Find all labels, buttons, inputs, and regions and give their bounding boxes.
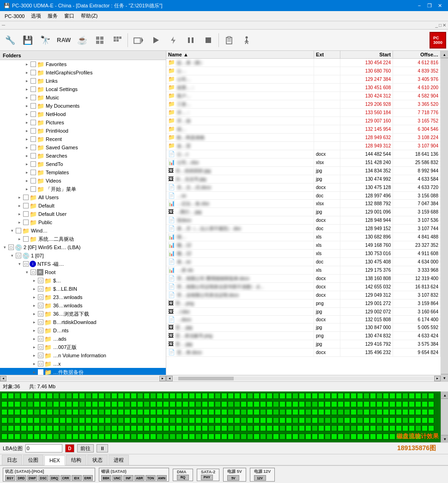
expand-23[interactable]: ▸ (30, 293, 38, 301)
check-templates[interactable] (30, 170, 36, 175)
expand-D[interactable]: ▸ (30, 327, 38, 334)
menu-options[interactable]: 选项 (28, 12, 44, 20)
vscroll-down[interactable]: ▾ (441, 374, 448, 381)
table-row[interactable]: 📁客户…130 424 3124 582 904 (166, 92, 441, 100)
tree-item-B[interactable]: ▸ □ 📁 B…rtdiskDownload (0, 318, 166, 326)
check-23[interactable]: □ (38, 294, 43, 300)
check-backup[interactable]: □ (38, 369, 43, 375)
file-hscroll-thumb[interactable] (178, 377, 234, 380)
check-36a[interactable]: □ (38, 303, 43, 308)
toolbar-cup-button[interactable]: ☕ (74, 32, 91, 49)
tab-structure[interactable]: 结构 (66, 455, 86, 465)
tree-item-svi[interactable]: ▸ □ 📁 …n Volume Information (0, 351, 166, 360)
table-row[interactable]: 📄公…cdocx144 482 54418 641 136 (166, 150, 441, 159)
expand-ntfs[interactable]: ▾ (16, 260, 23, 268)
expand-win95ext[interactable]: ▾ (1, 244, 8, 251)
tree-item-wind[interactable]: ▾ 📁 Wind… (0, 226, 166, 235)
close-button[interactable]: ✕ (435, 2, 444, 9)
tree-item-ads[interactable]: ▸ □ 📁 …ads (0, 335, 166, 343)
expand-mydocs[interactable]: ▸ (23, 102, 30, 110)
toolbar-export-button[interactable] (130, 32, 146, 49)
check-ntfs[interactable]: □ (23, 261, 29, 267)
expand-allusers[interactable]: ▸ (16, 194, 23, 201)
expand-sys[interactable]: ▸ (16, 235, 23, 243)
check-default[interactable] (23, 203, 29, 208)
file-hscroll-track[interactable] (174, 377, 433, 380)
table-row[interactable]: 📁发票…：130 451 6084 610 200 (166, 84, 441, 92)
check-favorites[interactable] (30, 61, 36, 67)
tree-item-videos[interactable]: ▸ 📁 Videos (0, 177, 166, 185)
table-row[interactable]: 📄关…主…式.docxdocx130 475 1284 633 720 (166, 183, 441, 192)
table-row[interactable]: 📊…录 xlsxls129 175 3763 333 968 (166, 266, 441, 275)
tree-item-sendto[interactable]: ▸ 📁 SendTo (0, 160, 166, 168)
table-row[interactable]: 📁工资…129 206 9283 365 520 (166, 100, 441, 109)
table-row[interactable]: 📄芝…单.docxdocx135 496 2329 654 824 (166, 348, 441, 357)
file-vscroll[interactable]: ▴ ▾ (441, 51, 448, 381)
table-row[interactable]: 📁金…宜128 949 3123 107 904 (166, 142, 441, 150)
lba-prev-button[interactable]: 前往 (77, 444, 94, 452)
sub-menu-restore[interactable]: ─ (2, 23, 5, 28)
table-row[interactable]: 📊报…xls130 682 8964 841 488 (166, 233, 441, 241)
menu-window[interactable]: 窗口 (61, 12, 77, 20)
tree-item-nethood[interactable]: ▸ 📁 NetHood (0, 110, 166, 118)
col-offset[interactable]: Offse… (393, 51, 441, 59)
file-hscroll-left[interactable]: ◂ (166, 376, 173, 381)
table-row[interactable]: 📄承…月（…法人章不规范）.docdoc128 949 1523 107 744 (166, 225, 441, 233)
expand-sendto[interactable]: ▸ (23, 160, 30, 168)
tree-item-D[interactable]: ▸ □ 📁 D…nts (0, 326, 166, 335)
expand-ads[interactable]: ▸ (30, 335, 38, 342)
tree-item-36a[interactable]: ▸ □ 📁 36…wnloads (0, 301, 166, 310)
expand-36a[interactable]: ▸ (30, 302, 38, 309)
tab-log[interactable]: 日志 (2, 455, 22, 465)
toolbar-raw-button[interactable]: RAW (54, 32, 73, 49)
tree-item-23[interactable]: ▸ □ 📁 23…wnloads (0, 293, 166, 301)
table-row[interactable]: 🖼芳….pngpng129 001 2723 159 864 (166, 300, 441, 308)
expand-x[interactable]: ▸ (30, 360, 38, 367)
file-table-container[interactable]: Name ▲ Ext Start Offse… 📁起…表（新）130 454 2… (166, 51, 441, 375)
menu-pc3000[interactable]: PC-3000 (2, 12, 27, 20)
expand-36b[interactable]: ▸ (30, 310, 38, 318)
check-007[interactable]: □ (38, 344, 43, 350)
expand-wind[interactable]: ▾ (8, 227, 16, 234)
col-ext[interactable]: Ext (314, 51, 340, 59)
tree-item-music[interactable]: ▸ 📁 Music (0, 93, 166, 102)
tree-item-x[interactable]: ▸ □ 📁 …x (0, 360, 166, 368)
tree-item-ntfs[interactable]: ▾ □ i NTFS -磁… (0, 260, 166, 268)
toolbar-grid1-button[interactable] (91, 32, 108, 49)
table-row[interactable]: 🖼…l.docjpg129 002 0723 160 664 (166, 308, 441, 316)
check-links[interactable] (30, 78, 36, 84)
check-ads[interactable]: □ (38, 336, 43, 342)
table-row[interactable]: 🖼芝….jpgjpg129 416 7923 575 384 (166, 340, 441, 348)
check-36b[interactable]: □ (38, 311, 43, 317)
map-scrollbar[interactable]: ▴ ▾ (441, 391, 448, 442)
check-start[interactable] (30, 186, 36, 192)
tree-item-s2[interactable]: ▸ □ 📁 $…LE.BIN (0, 285, 166, 293)
toolbar-clipboard-button[interactable] (221, 32, 237, 49)
tree-hscroll[interactable]: ◂ ▸ (0, 375, 166, 381)
tree-item-public[interactable]: ▸ 📁 Public (0, 218, 166, 226)
check-D[interactable]: □ (38, 328, 43, 333)
lba-d-button[interactable]: D (65, 444, 74, 452)
check-sys[interactable] (23, 236, 29, 242)
tree-item-sys[interactable]: ▸ 📁 系统…二具驱动 (0, 235, 166, 243)
table-row[interactable]: 📁拟…132 145 9546 304 546 (166, 125, 441, 134)
check-allusers[interactable] (23, 195, 29, 200)
tree-item-s1[interactable]: ▸ □ 📁 $… (0, 276, 166, 285)
toolbar-grid2-button[interactable] (109, 32, 126, 49)
check-searches[interactable] (30, 153, 36, 159)
hscroll-right[interactable]: ▸ (159, 376, 166, 381)
expand-favorites[interactable]: ▸ (23, 61, 30, 68)
menu-service[interactable]: 服务 (45, 12, 61, 20)
tree-item-default[interactable]: ▸ 📁 Default (0, 202, 166, 210)
expand-localsettings[interactable]: ▸ (23, 86, 30, 93)
check-recent[interactable] (30, 136, 36, 142)
expand-backup[interactable]: ▸ (30, 368, 38, 375)
expand-videos[interactable]: ▸ (23, 177, 30, 184)
table-row[interactable]: 📄…ocdoc128 997 4963 156 088 (166, 192, 441, 200)
table-row[interactable]: 📄芳…有限公司 费用报销审批单.docxdocx138 160 80812 31… (166, 275, 441, 283)
tree-item-templates[interactable]: ▸ 📁 Templates (0, 168, 166, 177)
tree-item-start[interactable]: ▸ 📁 「开始」菜单 (0, 185, 166, 193)
tab-hex[interactable]: HEX (44, 455, 65, 465)
expand-public[interactable]: ▸ (16, 219, 23, 226)
expand-svi[interactable]: ▸ (30, 352, 38, 359)
